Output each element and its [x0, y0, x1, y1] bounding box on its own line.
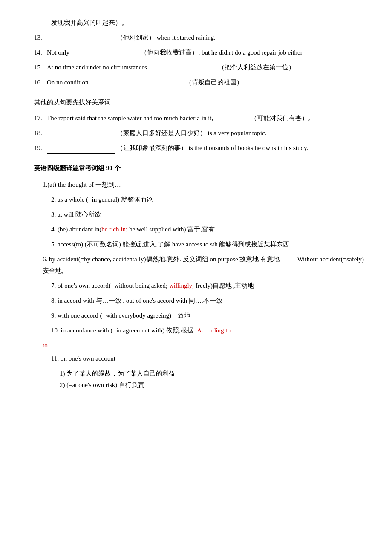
item-num-16: 16. — [34, 77, 47, 88]
hint-13: （他刚到家） — [117, 34, 155, 41]
vocab-section-title: 英语四级翻译题常考词组 90 个 — [34, 162, 366, 174]
item-num-15: 15. — [34, 62, 47, 73]
item-num-14: 14. — [34, 47, 47, 58]
item-num-19: 19. — [34, 142, 47, 154]
item-body-16: On no condition （背叛自己的祖国）. — [47, 77, 366, 88]
rest-19: is the thousands of books he owns in his… — [189, 145, 308, 151]
vocab-4-after: be well supplied with) 富于,富有 — [127, 226, 215, 233]
blank-14[interactable] — [71, 51, 139, 58]
blank-16[interactable] — [90, 81, 184, 88]
intro-text: 发现我并高兴的叫起来）。 — [34, 17, 366, 29]
rest-14: but he didn't do a good repair job eithe… — [202, 49, 304, 56]
hint-17: （可能对我们有害）。 — [251, 115, 314, 121]
text-17: The report said that the sample water ha… — [47, 115, 215, 121]
blank-19[interactable] — [47, 146, 115, 154]
vocab-text-9: 9. with one accord (=with everybody agre… — [51, 312, 190, 319]
item-body-17: The report said that the sample water ha… — [47, 113, 366, 124]
item-num-18: 18. — [34, 127, 47, 139]
item-body-14: Not only （他向我收费过高）, but he didn't do a g… — [47, 47, 366, 58]
hint-15: （把个人利益放在第一位）. — [218, 64, 297, 71]
blank-17[interactable] — [215, 116, 249, 124]
vocab-10-before: 10. in accordance with (=in agreement wi… — [51, 327, 197, 334]
prefix-14: Not only — [47, 49, 69, 56]
exercise-section-17-19: 17. The report said that the sample wate… — [34, 113, 366, 154]
vocab-text-6: 6. by accident(=by chance, accidentally)… — [43, 256, 364, 274]
item-num-17: 17. — [34, 113, 47, 124]
rest-13: when it started raining. — [157, 34, 216, 41]
vocab-10-to: to — [43, 342, 48, 349]
vocab-7-after: freely)自愿地 ,主动地 — [194, 282, 254, 289]
vocab-item-10-to: to — [43, 340, 366, 351]
hint-16: （背叛自己的祖国）. — [185, 79, 245, 86]
vocab-item-11: 11. on one's own account — [34, 353, 366, 364]
vocab-item-6: 6. by accident(=by chance, accidentally)… — [34, 254, 366, 277]
prefix-15: At no time and under no circumstances — [47, 64, 147, 71]
blank-18[interactable] — [47, 131, 115, 139]
vocab-num-3: 3. at will 随心所欲 — [51, 211, 101, 218]
item-body-18: （家庭人口多好还是人口少好） is a very popular topic. — [47, 127, 366, 139]
vocab-text-8: 8. in accord with 与…一致 . out of one's ac… — [51, 297, 222, 304]
item-body-15: At no time and under no circumstances （把… — [47, 62, 366, 73]
vocab-num-4: 4. (be) abundant in( — [51, 226, 101, 233]
hint-18: （家庭人口多好还是人口少好） — [117, 130, 206, 136]
blank-13[interactable] — [47, 36, 115, 43]
vocab-item-10: 10. in accordance with (=in agreement wi… — [34, 325, 366, 336]
vocab-item-9: 9. with one accord (=with everybody agre… — [34, 310, 366, 321]
exercise-item-14: 14. Not only （他向我收费过高）, but he didn't do… — [34, 47, 366, 58]
item-body-19: （让我印象最深刻的事） is the thousands of books he… — [47, 142, 366, 154]
vocab-11-sub2-text: 2) (=at one's own risk) 自行负责 — [60, 382, 144, 388]
exercise-item-19: 19. （让我印象最深刻的事） is the thousands of book… — [34, 142, 366, 154]
vocab-item-8: 8. in accord with 与…一致 . out of one's ac… — [34, 295, 366, 306]
vocab-item-2: 2. as a whole (=in general) 就整体而论 — [34, 194, 366, 205]
exercise-item-17: 17. The report said that the sample wate… — [34, 113, 366, 124]
vocab-item-11-sub2: 2) (=at one's own risk) 自行负责 — [34, 379, 366, 391]
vocab-10-red: According to — [197, 327, 231, 334]
vocab-text-5: 5. access(to) (不可数名词) 能接近,进入,了解 have acc… — [51, 241, 290, 248]
prefix-16: On no condition — [47, 79, 89, 86]
blank-15[interactable] — [149, 66, 217, 73]
exercise-item-16: 16. On no condition （背叛自己的祖国）. — [34, 77, 366, 88]
section-note: 其他的从句要先找好关系词 — [34, 97, 366, 108]
hint-14: （他向我收费过高）, — [141, 49, 200, 56]
exercise-item-13: 13. （他刚到家） when it started raining. — [34, 32, 366, 43]
item-num-13: 13. — [34, 32, 47, 43]
vocab-4-red: be rich in; — [101, 226, 127, 233]
vocab-item-5: 5. access(to) (不可数名词) 能接近,进入,了解 have acc… — [34, 239, 366, 250]
vocab-section: 1.(at) the thought of 一想到… 2. as a whole… — [34, 179, 366, 391]
vocab-num-1: 1.(at) the thought of 一想到… — [43, 181, 121, 188]
hint-19: （让我印象最深刻的事） — [117, 145, 187, 151]
vocab-text-11: 11. on one's own account — [51, 355, 115, 362]
vocab-7-before: 7. of one's own accord(=without being as… — [51, 282, 169, 289]
vocab-item-11-sub1: 1) 为了某人的缘故，为了某人自己的利益 — [34, 368, 366, 379]
vocab-item-3: 3. at will 随心所欲 — [34, 209, 366, 220]
vocab-item-7: 7. of one's own accord(=without being as… — [34, 280, 366, 292]
exercise-section-13-16: 13. （他刚到家） when it started raining. 14. … — [34, 32, 366, 88]
vocab-item-4: 4. (be) abundant in(be rich in; be well … — [34, 224, 366, 235]
exercise-item-18: 18. （家庭人口多好还是人口少好） is a very popular top… — [34, 127, 366, 139]
item-body-13: （他刚到家） when it started raining. — [47, 32, 366, 43]
vocab-11-sub1-text: 1) 为了某人的缘故，为了某人自己的利益 — [60, 370, 175, 377]
rest-18: is a very popular topic. — [208, 130, 267, 136]
document-content: 发现我并高兴的叫起来）。 13. （他刚到家） when it started … — [34, 17, 366, 391]
exercise-item-15: 15. At no time and under no circumstance… — [34, 62, 366, 73]
vocab-item-1: 1.(at) the thought of 一想到… — [34, 179, 366, 191]
vocab-7-red: willingly; — [169, 282, 194, 289]
vocab-num-2: 2. as a whole (=in general) 就整体而论 — [51, 196, 153, 203]
